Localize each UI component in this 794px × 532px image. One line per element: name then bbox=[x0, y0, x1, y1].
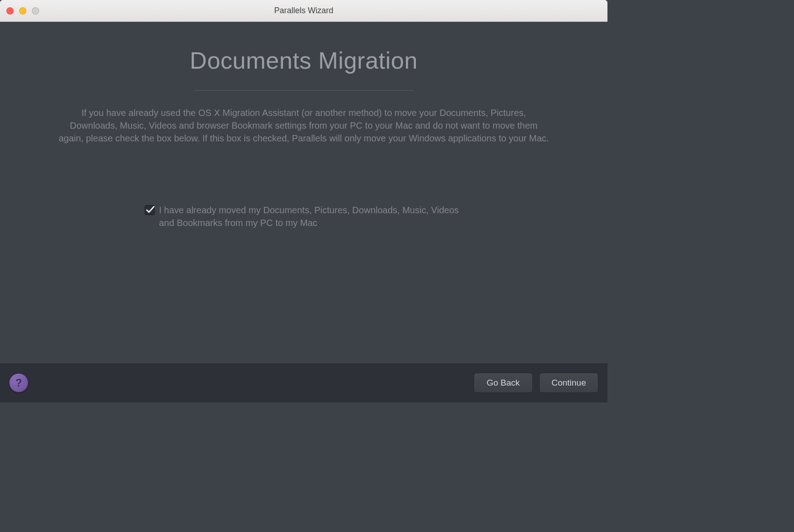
divider bbox=[193, 90, 414, 90]
checkmark-icon bbox=[145, 205, 155, 215]
window-title: Parallels Wizard bbox=[0, 6, 607, 15]
close-window-button[interactable] bbox=[6, 7, 14, 15]
continue-button[interactable]: Continue bbox=[539, 373, 598, 393]
titlebar: Parallels Wizard bbox=[0, 0, 607, 22]
help-button[interactable]: ? bbox=[9, 373, 28, 392]
help-icon: ? bbox=[15, 376, 22, 389]
description-text: If you have already used the OS X Migrat… bbox=[58, 106, 550, 145]
already-moved-checkbox[interactable] bbox=[145, 205, 155, 215]
page-title: Documents Migration bbox=[190, 47, 418, 74]
checkbox-label: I have already moved my Documents, Pictu… bbox=[159, 204, 463, 229]
content-area: Documents Migration If you have already … bbox=[0, 22, 607, 363]
minimize-window-button[interactable] bbox=[19, 7, 26, 15]
go-back-button[interactable]: Go Back bbox=[474, 373, 533, 393]
zoom-window-button bbox=[32, 7, 39, 15]
footer: ? Go Back Continue bbox=[0, 363, 607, 402]
